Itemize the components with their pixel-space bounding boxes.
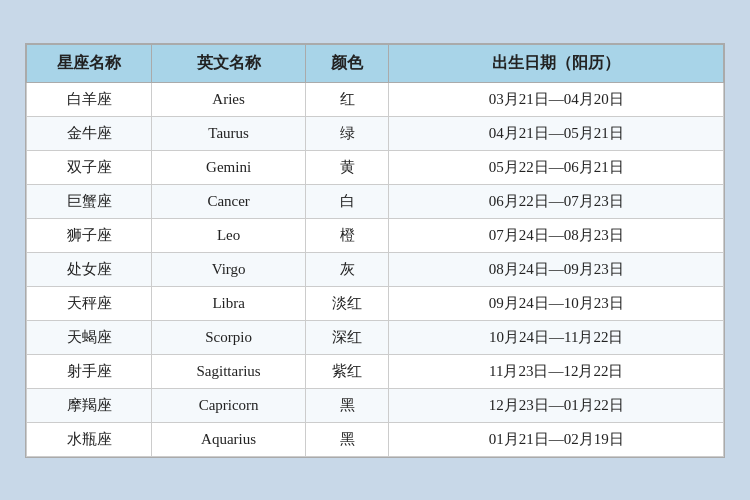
- cell-zh: 双子座: [27, 150, 152, 184]
- cell-en: Leo: [152, 218, 305, 252]
- cell-zh: 金牛座: [27, 116, 152, 150]
- cell-zh: 天蝎座: [27, 320, 152, 354]
- cell-date: 07月24日—08月23日: [389, 218, 724, 252]
- cell-date: 11月23日—12月22日: [389, 354, 724, 388]
- cell-color: 灰: [305, 252, 389, 286]
- zodiac-table: 星座名称 英文名称 颜色 出生日期（阳历） 白羊座Aries红03月21日—04…: [26, 44, 724, 457]
- cell-date: 10月24日—11月22日: [389, 320, 724, 354]
- table-row: 巨蟹座Cancer白06月22日—07月23日: [27, 184, 724, 218]
- cell-color: 深红: [305, 320, 389, 354]
- cell-color: 淡红: [305, 286, 389, 320]
- cell-date: 08月24日—09月23日: [389, 252, 724, 286]
- table-row: 天秤座Libra淡红09月24日—10月23日: [27, 286, 724, 320]
- cell-en: Sagittarius: [152, 354, 305, 388]
- table-row: 双子座Gemini黄05月22日—06月21日: [27, 150, 724, 184]
- cell-color: 黑: [305, 422, 389, 456]
- cell-zh: 狮子座: [27, 218, 152, 252]
- cell-color: 黑: [305, 388, 389, 422]
- cell-color: 黄: [305, 150, 389, 184]
- cell-en: Taurus: [152, 116, 305, 150]
- cell-date: 01月21日—02月19日: [389, 422, 724, 456]
- cell-date: 04月21日—05月21日: [389, 116, 724, 150]
- cell-color: 绿: [305, 116, 389, 150]
- cell-en: Capricorn: [152, 388, 305, 422]
- cell-zh: 摩羯座: [27, 388, 152, 422]
- cell-en: Libra: [152, 286, 305, 320]
- cell-en: Cancer: [152, 184, 305, 218]
- cell-color: 橙: [305, 218, 389, 252]
- cell-en: Aries: [152, 82, 305, 116]
- table-row: 天蝎座Scorpio深红10月24日—11月22日: [27, 320, 724, 354]
- cell-color: 红: [305, 82, 389, 116]
- header-en: 英文名称: [152, 44, 305, 82]
- cell-zh: 白羊座: [27, 82, 152, 116]
- cell-en: Gemini: [152, 150, 305, 184]
- table-body: 白羊座Aries红03月21日—04月20日金牛座Taurus绿04月21日—0…: [27, 82, 724, 456]
- cell-date: 06月22日—07月23日: [389, 184, 724, 218]
- table-header-row: 星座名称 英文名称 颜色 出生日期（阳历）: [27, 44, 724, 82]
- zodiac-table-container: 星座名称 英文名称 颜色 出生日期（阳历） 白羊座Aries红03月21日—04…: [25, 43, 725, 458]
- cell-zh: 水瓶座: [27, 422, 152, 456]
- table-row: 处女座Virgo灰08月24日—09月23日: [27, 252, 724, 286]
- cell-color: 白: [305, 184, 389, 218]
- table-row: 水瓶座Aquarius黑01月21日—02月19日: [27, 422, 724, 456]
- cell-en: Virgo: [152, 252, 305, 286]
- cell-zh: 天秤座: [27, 286, 152, 320]
- cell-color: 紫红: [305, 354, 389, 388]
- cell-date: 12月23日—01月22日: [389, 388, 724, 422]
- cell-en: Scorpio: [152, 320, 305, 354]
- cell-date: 09月24日—10月23日: [389, 286, 724, 320]
- header-date: 出生日期（阳历）: [389, 44, 724, 82]
- cell-date: 03月21日—04月20日: [389, 82, 724, 116]
- table-row: 金牛座Taurus绿04月21日—05月21日: [27, 116, 724, 150]
- table-row: 狮子座Leo橙07月24日—08月23日: [27, 218, 724, 252]
- table-row: 白羊座Aries红03月21日—04月20日: [27, 82, 724, 116]
- table-row: 摩羯座Capricorn黑12月23日—01月22日: [27, 388, 724, 422]
- cell-date: 05月22日—06月21日: [389, 150, 724, 184]
- cell-en: Aquarius: [152, 422, 305, 456]
- table-row: 射手座Sagittarius紫红11月23日—12月22日: [27, 354, 724, 388]
- cell-zh: 巨蟹座: [27, 184, 152, 218]
- header-zh: 星座名称: [27, 44, 152, 82]
- header-color: 颜色: [305, 44, 389, 82]
- cell-zh: 射手座: [27, 354, 152, 388]
- cell-zh: 处女座: [27, 252, 152, 286]
